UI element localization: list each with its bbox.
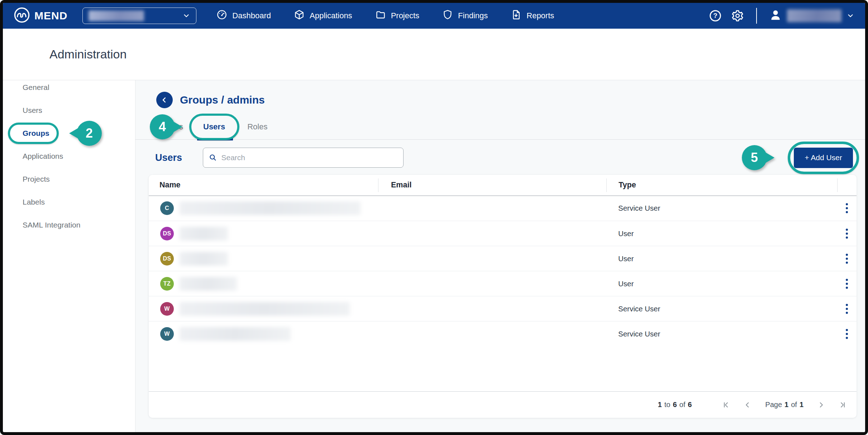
table-row[interactable]: DS User xyxy=(149,246,857,271)
table-row[interactable]: W Service User xyxy=(149,296,857,321)
page-current: 1 xyxy=(784,401,788,409)
name-cell: W xyxy=(149,302,378,316)
type-cell: User xyxy=(606,279,837,288)
name-redacted xyxy=(180,201,361,215)
nav-label: Reports xyxy=(526,11,554,20)
top-nav: MEND Dashboard xyxy=(3,3,865,29)
table-row[interactable]: TZ User xyxy=(149,271,857,296)
sidebar-item-projects[interactable]: Projects xyxy=(3,168,135,191)
table-row[interactable]: DS User xyxy=(149,221,857,246)
brand-name: MEND xyxy=(34,10,67,22)
nav-item-applications[interactable]: Applications xyxy=(294,9,352,22)
avatar: DS xyxy=(160,252,174,266)
actions-cell xyxy=(837,200,857,216)
avatar: W xyxy=(160,302,174,316)
mend-logo[interactable]: MEND xyxy=(14,7,67,25)
kebab-menu-icon[interactable] xyxy=(843,326,851,342)
kebab-menu-icon[interactable] xyxy=(843,276,851,292)
annotation-callout-4: 4 xyxy=(150,114,175,139)
user-menu[interactable] xyxy=(769,9,854,23)
kebab-menu-icon[interactable] xyxy=(843,200,851,216)
main-panel: Groups / admins s Users Roles 4 Users xyxy=(135,80,865,432)
svg-text:?: ? xyxy=(713,12,717,19)
name-cell: DS xyxy=(149,227,378,240)
content: General Users Groups 2 Applications Proj… xyxy=(3,80,865,432)
name-redacted xyxy=(180,252,228,266)
nav-item-findings[interactable]: Findings xyxy=(442,9,488,22)
name-cell: DS xyxy=(149,252,378,266)
range-word: to xyxy=(664,401,671,409)
section-heading: Users xyxy=(155,152,182,163)
next-page-button[interactable] xyxy=(817,401,825,409)
breadcrumb-row: Groups / admins xyxy=(156,90,865,110)
page-total: 1 xyxy=(800,401,803,409)
actions-cell xyxy=(837,276,857,292)
callout-number: 2 xyxy=(86,126,93,141)
avatar: W xyxy=(160,327,174,341)
nav-item-reports[interactable]: Reports xyxy=(511,9,554,22)
table-row[interactable]: W Service User xyxy=(149,321,857,346)
gauge-icon xyxy=(216,9,227,22)
help-icon[interactable]: ? xyxy=(709,9,722,22)
sidebar-item-label: Labels xyxy=(23,198,45,206)
sidebar-item-label: SAML Integration xyxy=(23,221,80,229)
sidebar-item-applications[interactable]: Applications xyxy=(3,145,135,168)
nav-label: Applications xyxy=(310,11,352,20)
sidebar-item-labels[interactable]: Labels xyxy=(3,191,135,214)
tabs: s Users Roles 4 xyxy=(135,114,865,140)
page-word: of xyxy=(791,401,797,409)
chevron-down-icon xyxy=(182,12,190,20)
kebab-menu-icon[interactable] xyxy=(843,226,851,242)
back-button[interactable] xyxy=(156,92,173,108)
actions-cell xyxy=(837,251,857,267)
organization-selector[interactable] xyxy=(82,8,196,24)
sidebar-item-general[interactable]: General xyxy=(3,76,135,99)
type-cell: Service User xyxy=(606,330,837,338)
column-header-type: Type xyxy=(606,178,837,192)
page-title: Administration xyxy=(49,47,127,61)
name-cell: W xyxy=(149,327,378,341)
table-body: C Service User DS User xyxy=(149,196,857,346)
callout-number: 4 xyxy=(159,119,166,134)
table-header: Name Email Type xyxy=(149,175,857,196)
sidebar-item-users[interactable]: Users xyxy=(3,99,135,122)
last-page-button[interactable] xyxy=(839,401,846,409)
chevron-down-icon xyxy=(846,12,854,20)
column-header-name: Name xyxy=(149,181,378,190)
kebab-menu-icon[interactable] xyxy=(843,301,851,317)
nav-label: Projects xyxy=(391,11,419,20)
actions-cell xyxy=(837,226,857,242)
sidebar-item-saml-integration[interactable]: SAML Integration xyxy=(3,214,135,236)
main-nav: Dashboard Applications Projects xyxy=(216,9,554,22)
tab-label: Users xyxy=(203,122,225,131)
range-from: 1 xyxy=(658,401,662,409)
search-box[interactable] xyxy=(203,148,404,168)
tab-users[interactable]: Users xyxy=(200,122,229,132)
actions-cell xyxy=(837,301,857,317)
kebab-menu-icon[interactable] xyxy=(843,251,851,267)
admin-sidebar: General Users Groups 2 Applications Proj… xyxy=(3,80,135,432)
nav-label: Dashboard xyxy=(232,11,271,20)
divider xyxy=(756,8,757,24)
avatar: C xyxy=(160,201,174,215)
name-redacted xyxy=(180,327,291,341)
add-user-button[interactable]: + Add User xyxy=(794,148,853,168)
range-to: 6 xyxy=(673,401,677,409)
search-icon xyxy=(209,153,217,162)
first-page-button[interactable] xyxy=(722,401,730,409)
gear-icon[interactable] xyxy=(731,9,744,22)
actions-cell xyxy=(837,326,857,342)
nav-item-projects[interactable]: Projects xyxy=(375,9,419,22)
sidebar-item-groups[interactable]: Groups 2 xyxy=(3,122,135,145)
nav-item-dashboard[interactable]: Dashboard xyxy=(216,9,271,22)
table-row[interactable]: C Service User xyxy=(149,196,857,221)
search-input[interactable] xyxy=(221,153,397,162)
tab-roles[interactable]: Roles xyxy=(247,122,267,132)
previous-page-button[interactable] xyxy=(744,401,752,409)
sidebar-item-label: Groups xyxy=(23,129,49,138)
active-tab-indicator xyxy=(197,138,233,140)
mend-wave-icon xyxy=(14,7,30,25)
name-cell: TZ xyxy=(149,277,378,291)
add-user-wrap: + Add User 5 xyxy=(794,148,853,168)
users-toolbar: Users + Add User 5 xyxy=(155,147,857,168)
